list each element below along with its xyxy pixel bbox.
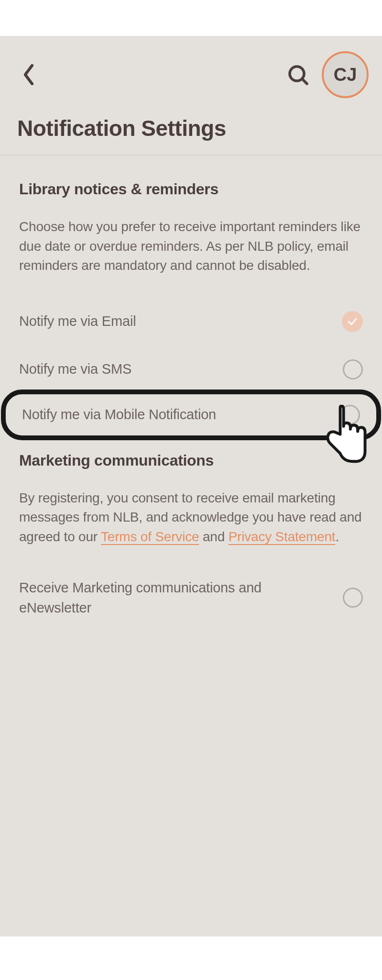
radio-email[interactable] [342,311,363,332]
section-body-marketing: By registering, you consent to receive e… [19,489,363,547]
check-icon [347,316,358,327]
settings-screen: CJ Notification Settings Library notices… [0,36,382,936]
option-email-label: Notify me via Email [19,313,342,329]
search-button[interactable] [284,61,311,88]
section-body-library: Choose how you prefer to receive importa… [19,217,363,276]
option-marketing[interactable]: Receive Marketing communications and eNe… [19,574,363,622]
header: CJ [0,36,382,98]
option-mobile-label: Notify me via Mobile Notification [22,407,340,423]
option-email[interactable]: Notify me via Email [19,302,363,341]
content: Library notices & reminders Choose how y… [0,156,382,622]
option-marketing-label: Receive Marketing communications and eNe… [19,578,343,618]
svg-line-1 [302,79,307,84]
option-sms-label: Notify me via SMS [19,361,343,377]
radio-mobile[interactable] [340,405,360,425]
avatar-initials: CJ [334,65,357,85]
section-title-marketing: Marketing communications [19,452,363,469]
terms-of-service-link[interactable]: Terms of Service [101,529,199,544]
chevron-left-icon [22,63,36,86]
marketing-text-period: . [335,529,339,544]
avatar[interactable]: CJ [322,51,369,98]
option-mobile[interactable]: Notify me via Mobile Notification [22,405,360,425]
radio-sms[interactable] [343,359,363,379]
highlighted-option: Notify me via Mobile Notification [1,390,381,440]
privacy-statement-link[interactable]: Privacy Statement [229,529,336,544]
marketing-text-and: and [199,529,228,544]
back-button[interactable] [17,63,40,86]
section-title-library: Library notices & reminders [19,180,363,198]
search-icon [286,63,309,86]
page-title: Notification Settings [0,98,382,155]
radio-marketing[interactable] [343,588,363,608]
header-actions: CJ [284,51,369,98]
option-sms[interactable]: Notify me via SMS [19,350,363,389]
